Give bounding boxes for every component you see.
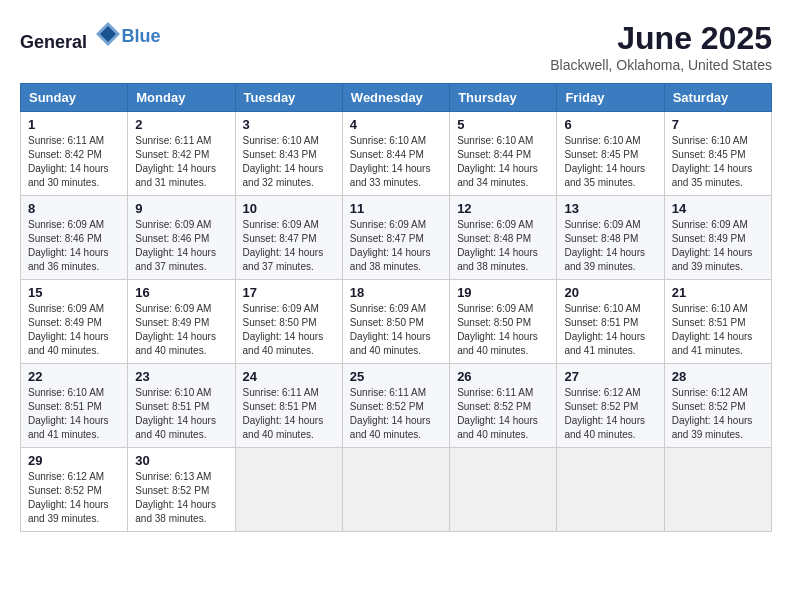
day-info: Sunrise: 6:11 AM Sunset: 8:42 PM Dayligh… <box>135 134 227 190</box>
table-row: 22 Sunrise: 6:10 AM Sunset: 8:51 PM Dayl… <box>21 364 128 448</box>
day-number: 1 <box>28 117 120 132</box>
table-row: 20 Sunrise: 6:10 AM Sunset: 8:51 PM Dayl… <box>557 280 664 364</box>
logo: General Blue <box>20 20 161 53</box>
day-number: 6 <box>564 117 656 132</box>
logo-general: General <box>20 32 87 52</box>
table-row: 18 Sunrise: 6:09 AM Sunset: 8:50 PM Dayl… <box>342 280 449 364</box>
table-row: 10 Sunrise: 6:09 AM Sunset: 8:47 PM Dayl… <box>235 196 342 280</box>
day-number: 19 <box>457 285 549 300</box>
table-row: 15 Sunrise: 6:09 AM Sunset: 8:49 PM Dayl… <box>21 280 128 364</box>
day-info: Sunrise: 6:12 AM Sunset: 8:52 PM Dayligh… <box>28 470 120 526</box>
day-number: 10 <box>243 201 335 216</box>
day-number: 9 <box>135 201 227 216</box>
day-number: 17 <box>243 285 335 300</box>
page-header: General Blue June 2025 Blackwell, Oklaho… <box>20 20 772 73</box>
table-row: 26 Sunrise: 6:11 AM Sunset: 8:52 PM Dayl… <box>450 364 557 448</box>
table-row: 7 Sunrise: 6:10 AM Sunset: 8:45 PM Dayli… <box>664 112 771 196</box>
day-info: Sunrise: 6:10 AM Sunset: 8:51 PM Dayligh… <box>135 386 227 442</box>
day-info: Sunrise: 6:10 AM Sunset: 8:44 PM Dayligh… <box>457 134 549 190</box>
day-info: Sunrise: 6:09 AM Sunset: 8:47 PM Dayligh… <box>243 218 335 274</box>
day-info: Sunrise: 6:09 AM Sunset: 8:48 PM Dayligh… <box>457 218 549 274</box>
day-number: 7 <box>672 117 764 132</box>
day-number: 13 <box>564 201 656 216</box>
calendar-row: 22 Sunrise: 6:10 AM Sunset: 8:51 PM Dayl… <box>21 364 772 448</box>
day-info: Sunrise: 6:09 AM Sunset: 8:47 PM Dayligh… <box>350 218 442 274</box>
table-row: 6 Sunrise: 6:10 AM Sunset: 8:45 PM Dayli… <box>557 112 664 196</box>
table-row: 29 Sunrise: 6:12 AM Sunset: 8:52 PM Dayl… <box>21 448 128 532</box>
day-info: Sunrise: 6:10 AM Sunset: 8:51 PM Dayligh… <box>564 302 656 358</box>
day-info: Sunrise: 6:09 AM Sunset: 8:46 PM Dayligh… <box>135 218 227 274</box>
table-row: 13 Sunrise: 6:09 AM Sunset: 8:48 PM Dayl… <box>557 196 664 280</box>
col-wednesday: Wednesday <box>342 84 449 112</box>
day-info: Sunrise: 6:09 AM Sunset: 8:50 PM Dayligh… <box>243 302 335 358</box>
table-row: 12 Sunrise: 6:09 AM Sunset: 8:48 PM Dayl… <box>450 196 557 280</box>
day-info: Sunrise: 6:09 AM Sunset: 8:49 PM Dayligh… <box>28 302 120 358</box>
day-number: 11 <box>350 201 442 216</box>
day-number: 16 <box>135 285 227 300</box>
day-number: 12 <box>457 201 549 216</box>
col-friday: Friday <box>557 84 664 112</box>
day-info: Sunrise: 6:09 AM Sunset: 8:49 PM Dayligh… <box>672 218 764 274</box>
location-title: Blackwell, Oklahoma, United States <box>550 57 772 73</box>
table-row <box>235 448 342 532</box>
day-number: 27 <box>564 369 656 384</box>
calendar-row: 29 Sunrise: 6:12 AM Sunset: 8:52 PM Dayl… <box>21 448 772 532</box>
col-monday: Monday <box>128 84 235 112</box>
day-info: Sunrise: 6:09 AM Sunset: 8:49 PM Dayligh… <box>135 302 227 358</box>
day-number: 30 <box>135 453 227 468</box>
day-info: Sunrise: 6:13 AM Sunset: 8:52 PM Dayligh… <box>135 470 227 526</box>
day-number: 3 <box>243 117 335 132</box>
day-info: Sunrise: 6:11 AM Sunset: 8:42 PM Dayligh… <box>28 134 120 190</box>
table-row: 30 Sunrise: 6:13 AM Sunset: 8:52 PM Dayl… <box>128 448 235 532</box>
calendar-row: 1 Sunrise: 6:11 AM Sunset: 8:42 PM Dayli… <box>21 112 772 196</box>
month-title: June 2025 <box>550 20 772 57</box>
logo-icon <box>94 20 122 48</box>
col-thursday: Thursday <box>450 84 557 112</box>
table-row: 8 Sunrise: 6:09 AM Sunset: 8:46 PM Dayli… <box>21 196 128 280</box>
col-sunday: Sunday <box>21 84 128 112</box>
day-info: Sunrise: 6:11 AM Sunset: 8:52 PM Dayligh… <box>350 386 442 442</box>
table-row: 21 Sunrise: 6:10 AM Sunset: 8:51 PM Dayl… <box>664 280 771 364</box>
calendar-row: 8 Sunrise: 6:09 AM Sunset: 8:46 PM Dayli… <box>21 196 772 280</box>
day-info: Sunrise: 6:10 AM Sunset: 8:51 PM Dayligh… <box>28 386 120 442</box>
day-info: Sunrise: 6:10 AM Sunset: 8:44 PM Dayligh… <box>350 134 442 190</box>
day-info: Sunrise: 6:11 AM Sunset: 8:52 PM Dayligh… <box>457 386 549 442</box>
day-number: 14 <box>672 201 764 216</box>
day-number: 21 <box>672 285 764 300</box>
table-row: 11 Sunrise: 6:09 AM Sunset: 8:47 PM Dayl… <box>342 196 449 280</box>
day-info: Sunrise: 6:10 AM Sunset: 8:51 PM Dayligh… <box>672 302 764 358</box>
day-number: 25 <box>350 369 442 384</box>
day-number: 20 <box>564 285 656 300</box>
day-number: 23 <box>135 369 227 384</box>
table-row: 25 Sunrise: 6:11 AM Sunset: 8:52 PM Dayl… <box>342 364 449 448</box>
day-info: Sunrise: 6:12 AM Sunset: 8:52 PM Dayligh… <box>564 386 656 442</box>
day-number: 4 <box>350 117 442 132</box>
table-row: 3 Sunrise: 6:10 AM Sunset: 8:43 PM Dayli… <box>235 112 342 196</box>
day-number: 8 <box>28 201 120 216</box>
day-info: Sunrise: 6:09 AM Sunset: 8:50 PM Dayligh… <box>457 302 549 358</box>
day-number: 2 <box>135 117 227 132</box>
day-number: 5 <box>457 117 549 132</box>
day-info: Sunrise: 6:11 AM Sunset: 8:51 PM Dayligh… <box>243 386 335 442</box>
table-row: 5 Sunrise: 6:10 AM Sunset: 8:44 PM Dayli… <box>450 112 557 196</box>
table-row: 17 Sunrise: 6:09 AM Sunset: 8:50 PM Dayl… <box>235 280 342 364</box>
table-row: 16 Sunrise: 6:09 AM Sunset: 8:49 PM Dayl… <box>128 280 235 364</box>
day-number: 26 <box>457 369 549 384</box>
day-info: Sunrise: 6:10 AM Sunset: 8:45 PM Dayligh… <box>564 134 656 190</box>
table-row: 19 Sunrise: 6:09 AM Sunset: 8:50 PM Dayl… <box>450 280 557 364</box>
table-row: 9 Sunrise: 6:09 AM Sunset: 8:46 PM Dayli… <box>128 196 235 280</box>
day-info: Sunrise: 6:09 AM Sunset: 8:46 PM Dayligh… <box>28 218 120 274</box>
table-row: 14 Sunrise: 6:09 AM Sunset: 8:49 PM Dayl… <box>664 196 771 280</box>
day-number: 24 <box>243 369 335 384</box>
day-info: Sunrise: 6:09 AM Sunset: 8:50 PM Dayligh… <box>350 302 442 358</box>
day-info: Sunrise: 6:12 AM Sunset: 8:52 PM Dayligh… <box>672 386 764 442</box>
col-saturday: Saturday <box>664 84 771 112</box>
day-info: Sunrise: 6:10 AM Sunset: 8:43 PM Dayligh… <box>243 134 335 190</box>
table-row: 27 Sunrise: 6:12 AM Sunset: 8:52 PM Dayl… <box>557 364 664 448</box>
day-number: 28 <box>672 369 764 384</box>
table-row: 23 Sunrise: 6:10 AM Sunset: 8:51 PM Dayl… <box>128 364 235 448</box>
day-number: 29 <box>28 453 120 468</box>
title-block: June 2025 Blackwell, Oklahoma, United St… <box>550 20 772 73</box>
day-number: 15 <box>28 285 120 300</box>
table-row: 24 Sunrise: 6:11 AM Sunset: 8:51 PM Dayl… <box>235 364 342 448</box>
